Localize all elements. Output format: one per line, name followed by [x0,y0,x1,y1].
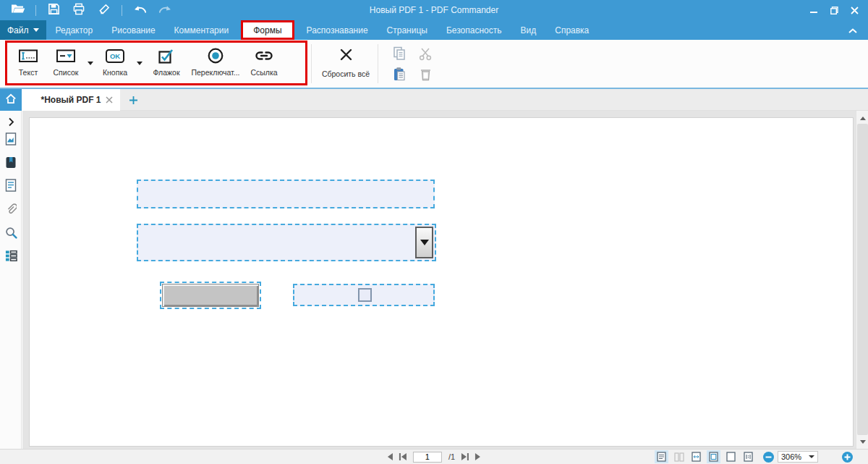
page-thumbnails-icon[interactable] [4,132,17,145]
document-tab-active[interactable]: *Новый PDF 1 [22,89,120,111]
caret-down-icon [88,62,93,65]
ribbon-separator [378,44,378,83]
sidebar-expand-button[interactable] [4,115,17,128]
menu-help[interactable]: Справка [545,20,598,40]
home-button[interactable] [0,89,22,111]
form-text-field[interactable] [137,180,435,208]
push-button-face[interactable] [162,284,259,307]
facing-pages-view-button[interactable] [672,450,686,463]
tab-close-button[interactable] [104,95,114,105]
window-title: Новый PDF 1 - PDF Commander [0,0,868,20]
triangle-left-icon [388,453,393,460]
form-checkbox-field[interactable] [293,284,435,306]
form-fields-list-icon[interactable] [4,249,17,262]
clear-x-icon [339,48,353,64]
add-tab-button[interactable] [127,94,139,106]
menu-pages[interactable]: Страницы [378,20,437,40]
document-tab-label: *Новый PDF 1 [41,95,101,105]
checkbox-square[interactable] [358,288,372,302]
form-push-button-field[interactable] [160,282,261,309]
menu-view[interactable]: Вид [511,20,546,40]
document-tab-bar: *Новый PDF 1 [0,89,868,111]
zoom-level-select[interactable]: 306% [778,451,818,463]
caret-down-icon [420,240,429,245]
radio-button-tool[interactable]: Переключат... [188,43,243,77]
paste-button[interactable] [391,66,408,85]
vertical-scrollbar[interactable] [856,111,868,449]
list-box-tool[interactable]: Список [46,43,85,77]
pdf-page [29,117,854,447]
link-tool[interactable]: Ссылка [243,43,285,77]
scroll-up-button[interactable] [856,112,868,124]
home-icon [5,93,17,107]
fit-page-button[interactable] [707,450,720,463]
ribbon-toolbar: Текст Список OK Кнопка Флажок Перек [0,40,868,88]
zoom-out-button[interactable] [763,452,774,463]
page-number-input[interactable] [413,452,442,463]
button-tool[interactable]: OK Кнопка [95,43,135,77]
bar-icon [399,453,401,460]
triangle-down-icon [860,440,866,444]
combo-box-icon [56,46,76,65]
delete-button[interactable] [417,66,434,85]
left-sidebar [0,111,22,449]
status-bar: /1 306% [0,449,868,464]
copy-icon [393,46,407,64]
menu-comments[interactable]: Комментарии [165,20,239,40]
menu-file[interactable]: Файл [0,20,46,40]
checkbox-tool[interactable]: Флажок [145,43,188,77]
actual-size-button[interactable] [724,450,738,463]
caret-down-icon [33,28,39,32]
triangle-left-icon [401,453,407,460]
zoom-in-button[interactable] [842,452,853,463]
triangle-right-icon [461,453,467,460]
bookmarks-icon[interactable] [4,156,17,169]
window-controls [806,0,862,20]
text-field-tool[interactable]: Текст [10,43,46,77]
zoom-level-value: 306% [781,452,801,461]
paste-icon [393,67,406,85]
menu-forms-active[interactable]: Формы [241,20,294,40]
page-navigation: /1 [388,450,480,464]
menu-drawing[interactable]: Рисование [102,20,164,40]
list-box-dropdown-button[interactable] [85,43,95,83]
single-page-view-button[interactable] [655,450,668,463]
menu-security[interactable]: Безопасность [437,20,511,40]
caret-down-icon [809,455,814,458]
view-controls: 306% [655,450,853,464]
link-icon [254,46,274,65]
last-page-button[interactable] [461,452,469,462]
menu-editor[interactable]: Редактор [46,20,103,40]
next-page-button[interactable] [475,452,480,462]
fit-width-button[interactable] [689,450,703,463]
attachments-icon[interactable] [4,203,17,216]
reset-all-button[interactable]: Сбросить всё [317,43,375,78]
cut-button[interactable] [417,46,434,64]
one-to-one-view-button[interactable] [741,450,755,463]
copy-button[interactable] [391,46,408,64]
ok-button-icon: OK [105,46,125,65]
restore-button[interactable] [826,2,842,18]
first-page-button[interactable] [399,452,407,462]
button-dropdown-button[interactable] [135,43,145,83]
checkbox-icon [158,46,175,65]
close-button[interactable] [846,2,862,18]
search-icon[interactable] [4,226,17,239]
bar-icon [467,453,469,460]
scissors-icon [419,47,432,64]
trash-icon [420,67,432,84]
menu-file-label: Файл [7,25,29,35]
menu-bar: Файл Редактор Рисование Комментарии Форм… [0,20,868,40]
form-tools-group: Текст Список OK Кнопка Флажок Перек [10,43,285,83]
comments-panel-icon[interactable] [4,179,17,192]
radio-button-icon [207,46,224,65]
collapse-ribbon-button[interactable] [848,24,858,37]
previous-page-button[interactable] [388,452,393,462]
menu-recognition[interactable]: Распознавание [297,20,378,40]
combo-dropdown-button[interactable] [415,227,433,258]
main-area [0,111,868,449]
scroll-down-button[interactable] [856,436,868,447]
scrollbar-thumb[interactable] [857,124,868,435]
minimize-button[interactable] [806,2,822,18]
form-combo-field[interactable] [137,224,436,261]
